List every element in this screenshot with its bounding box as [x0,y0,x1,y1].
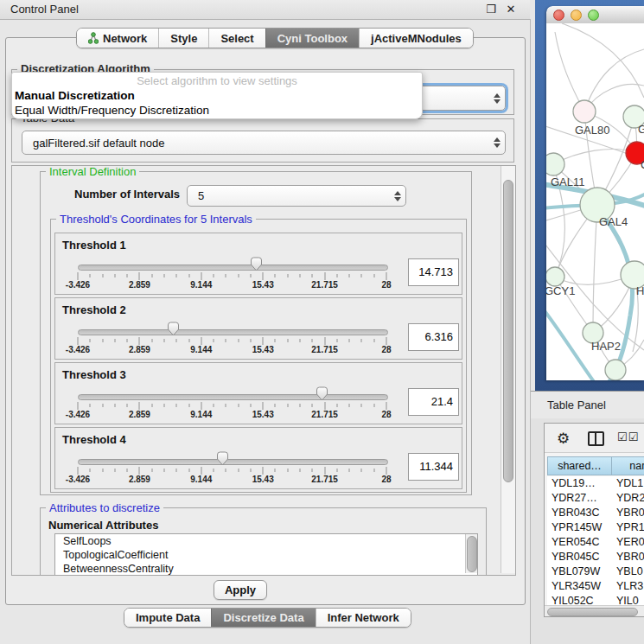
attribute-list-item[interactable]: SelfLoops [55,534,477,548]
dropdown-option[interactable]: Manual Discretization [14,88,419,103]
table-header-row: shared…name [547,456,644,475]
table-row[interactable]: YBR045CYBR0 [547,550,644,564]
float-window-icon[interactable]: ❒ [485,3,497,16]
table-row[interactable]: YDL19…YDL1 [547,476,644,491]
network-edge[interactable] [593,205,597,333]
table-cell[interactable]: YDL1 [616,476,644,491]
table-cell[interactable]: YDR2 [616,491,644,506]
network-node[interactable] [605,360,626,380]
vertical-scrollbar[interactable] [501,166,515,573]
slider-track[interactable] [78,329,388,335]
slider-tick-labels: -3.4262.8599.14415.4321.71528 [78,475,386,485]
threshold-value-field[interactable]: 6.316 [408,323,459,351]
table-cell[interactable]: YBR043C [552,506,612,520]
tab-jactivemnodules[interactable]: jActiveMNodules [359,29,473,48]
threshold-label: Threshold 3 [62,368,126,381]
table-row[interactable]: YDR27…YDR2 [547,491,644,506]
slider-thumb[interactable] [250,257,263,271]
slider-track[interactable] [78,265,388,271]
slider-tick-labels: -3.4262.8599.14415.4321.71528 [78,410,386,420]
combobox-stepper-icon [489,93,505,104]
numerical-attributes-list[interactable]: SelfLoopsTopologicalCoefficientBetweenne… [54,533,478,576]
bottom-tab-infer-network[interactable]: Infer Network [316,609,411,627]
slider-track[interactable] [78,459,388,465]
tab-style[interactable]: Style [158,29,208,48]
table-cell[interactable]: YBR045C [552,550,612,564]
table-cell[interactable]: YIL0 [616,594,644,605]
tab-cyni-toolbox[interactable]: Cyni Toolbox [265,29,359,48]
network-canvas[interactable]: GAL80GACGAL11GAL4GCY1HHAP2 [546,23,644,380]
table-cell[interactable]: YDR27… [552,491,612,506]
attributes-list-scrollbar[interactable] [465,534,477,573]
network-node-label: HAP2 [591,340,621,353]
table-row[interactable]: YIL052CYIL0 [547,594,644,605]
threshold-panel: Threshold 4-3.4262.8599.14415.4321.71528… [54,427,462,489]
table-data-combobox-value: galFiltered.sif default node [22,137,489,150]
threshold-label: Threshold 1 [62,239,126,252]
zoom-traffic-light-icon[interactable] [588,10,599,21]
table-cell[interactable]: YDL19… [552,476,612,491]
split-columns-icon[interactable] [588,431,604,446]
attribute-list-item[interactable]: TopologicalCoefficient [55,548,477,562]
network-edge-highlighted[interactable] [546,309,595,380]
table-cell[interactable]: YBL079W [552,564,612,579]
table-container: ⚙ ☑☑ shared…name YDL19…YDL1YDR27…YDR2YBR… [544,423,644,617]
table-cell[interactable]: YPR1 [616,520,644,535]
table-cell[interactable]: YLR345W [552,579,612,594]
network-edge[interactable] [553,150,637,164]
horizontal-scrollbar-thumb[interactable] [547,608,638,616]
table-cell[interactable]: YLR3 [616,579,644,594]
attribute-list-item[interactable]: BetweennessCentrality [55,562,477,576]
threshold-value-field[interactable]: 11.344 [408,453,459,481]
bottom-tab-impute-data[interactable]: Impute Data [124,609,211,627]
table-panel-titlebar: Table Panel [531,391,644,420]
threshold-panel: Threshold 2-3.4262.8599.14415.4321.71528… [54,297,462,360]
threshold-value-field[interactable]: 21.4 [408,388,459,416]
table-row[interactable]: YER054CYER0 [547,535,644,550]
number-of-intervals-combobox[interactable]: 5 [187,185,406,207]
select-columns-checkbox-icon[interactable]: ☑☑ [617,430,639,443]
table-cell[interactable]: YPR145W [552,520,612,535]
network-node[interactable] [573,100,596,123]
table-row[interactable]: YBR043CYBR0 [547,506,644,520]
network-node[interactable] [546,267,564,286]
table-cell[interactable]: YBR0 [616,550,644,564]
dropdown-prompt-item[interactable]: Select algorithm to view settings [12,74,422,87]
network-node[interactable] [546,153,564,175]
attributes-list-scrollbar-thumb[interactable] [467,536,477,572]
network-window-titlebar[interactable] [546,6,644,24]
table-row[interactable]: YLR345WYLR3 [547,579,644,594]
network-edge[interactable] [562,23,644,98]
network-edge[interactable] [555,32,584,112]
tab-select[interactable]: Select [208,29,265,48]
close-traffic-light-icon[interactable] [553,10,564,21]
table-data-combobox[interactable]: galFiltered.sif default node [22,131,506,155]
apply-button[interactable]: Apply [214,580,267,600]
close-window-icon[interactable]: ✕ [505,3,517,16]
slider-track[interactable] [78,394,388,400]
dropdown-option[interactable]: Equal Width/Frequency Discretization [14,103,419,118]
table-cell[interactable]: YBR0 [616,506,644,520]
table-row[interactable]: YPR145WYPR1 [547,520,644,535]
table-row[interactable]: YBL079WYBL0 [547,564,644,579]
table-cell[interactable]: YBL0 [616,564,644,579]
threshold-panel: Threshold 1-3.4262.8599.14415.4321.71528… [54,233,462,295]
table-cell[interactable]: YER054C [552,535,612,550]
slider-thumb[interactable] [316,386,328,401]
table-cell[interactable]: YER0 [616,535,644,550]
slider-thumb[interactable] [216,451,229,466]
table-rows: YDL19…YDL1YDR27…YDR2YBR043CYBR0YPR145WYP… [547,476,644,605]
slider-ticks [78,402,386,410]
gear-icon[interactable]: ⚙ [557,430,570,448]
slider-thumb[interactable] [167,322,180,336]
horizontal-scrollbar[interactable] [545,605,644,616]
bottom-tab-discretize-data[interactable]: Discretize Data [211,609,315,627]
minimize-traffic-light-icon[interactable] [571,10,582,21]
table-column-header[interactable]: name [612,456,644,475]
threshold-value-field[interactable]: 14.713 [408,258,459,286]
table-column-header[interactable]: shared… [547,456,612,475]
tab-network[interactable]: Network [77,29,158,48]
network-node-label: GA [638,123,644,136]
vertical-scrollbar-thumb[interactable] [503,180,513,482]
table-cell[interactable]: YIL052C [552,594,612,605]
